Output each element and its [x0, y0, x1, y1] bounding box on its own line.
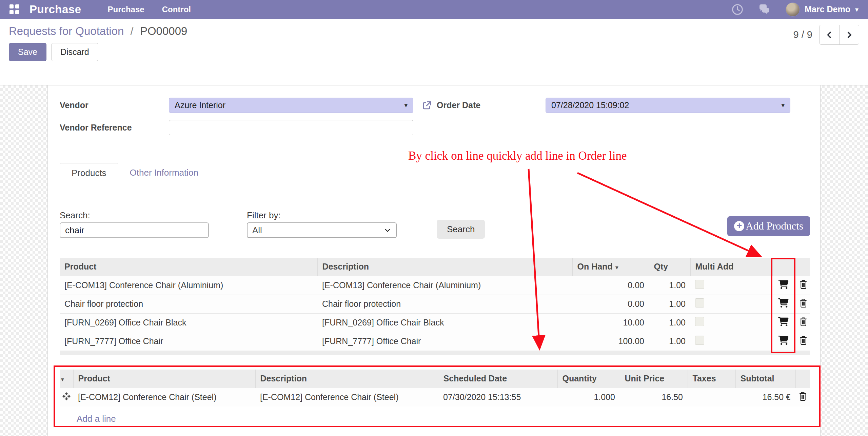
vendor-reference-label: Vendor Reference: [60, 123, 169, 133]
product-search-panel: Search: Filter by: All Search + Add Prod…: [60, 210, 810, 258]
cell-on-hand: 0.00: [572, 276, 649, 295]
products-header-row: Product Description On Hand▾ Qty Multi A…: [60, 258, 810, 276]
messages-chat-icon[interactable]: [758, 3, 771, 16]
cell-qty: 1.00: [649, 276, 690, 295]
menu-purchase[interactable]: Purchase: [108, 5, 144, 14]
cell-description: [E-COM12] Conference Chair (Steel): [255, 388, 434, 407]
tab-other-information[interactable]: Other Information: [118, 163, 210, 183]
search-label: Search:: [60, 210, 90, 221]
col-product: Product: [60, 258, 317, 276]
delete-trash-icon[interactable]: [799, 298, 808, 310]
search-button[interactable]: Search: [437, 220, 485, 239]
external-link-icon[interactable]: [422, 100, 432, 111]
select-chevron-down-icon: [384, 226, 391, 234]
cell-product: [FURN_0269] Office Chair Black: [60, 313, 317, 332]
product-row[interactable]: Chair floor protection Chair floor prote…: [60, 295, 810, 313]
order-date-value: 07/28/2020 15:09:02: [551, 100, 629, 110]
order-line-row[interactable]: [E-COM12] Conference Chair (Steel) [E-CO…: [60, 388, 810, 407]
cell-qty: 1.00: [649, 332, 690, 351]
cell-on-hand: 100.00: [572, 332, 649, 351]
cell-unit-price: 16.50: [620, 388, 688, 407]
pager-previous-button[interactable]: [820, 25, 839, 44]
add-to-cart-icon[interactable]: [778, 317, 789, 328]
delete-trash-icon[interactable]: [799, 317, 808, 329]
multi-add-checkbox[interactable]: [695, 298, 704, 308]
annotation-text: By click on line quickly add line in Ord…: [408, 149, 707, 163]
col-on-hand-sortable[interactable]: On Hand▾: [572, 258, 649, 276]
user-avatar: [786, 2, 800, 17]
app-brand[interactable]: Purchase: [29, 3, 81, 16]
products-table-footer: [60, 351, 810, 355]
control-panel: Requests for Quotation / PO00009 Save Di…: [0, 19, 868, 85]
col-subtotal: Subtotal: [735, 370, 795, 388]
multi-add-checkbox[interactable]: [695, 317, 704, 326]
cell-description: [FURN_7777] Office Chair: [317, 332, 572, 351]
col-taxes: Taxes: [688, 370, 735, 388]
cell-description: [FURN_0269] Office Chair Black: [317, 313, 572, 332]
delete-trash-icon[interactable]: [798, 392, 807, 403]
list-toggle-caret-icon[interactable]: ▾: [60, 370, 73, 388]
cell-description: [E-COM13] Conference Chair (Aluminium): [317, 276, 572, 295]
form-fields: Vendor Azure Interior ▾ Order Date 07/28…: [60, 98, 810, 135]
col-multi-add: Multi Add: [690, 258, 772, 276]
plus-circle-icon: +: [734, 221, 744, 231]
col-scheduled-date: Scheduled Date: [434, 370, 557, 388]
menu-control[interactable]: Control: [162, 5, 191, 14]
multi-add-checkbox[interactable]: [695, 280, 704, 289]
add-to-cart-icon[interactable]: [778, 298, 789, 310]
products-table: Product Description On Hand▾ Qty Multi A…: [60, 258, 810, 355]
col-description: Description: [255, 370, 434, 388]
pager-next-button[interactable]: [839, 25, 859, 44]
col-description: Description: [317, 258, 572, 276]
filter-selected-value: All: [252, 225, 262, 236]
add-to-cart-icon[interactable]: [778, 336, 789, 347]
cell-qty: 1.00: [649, 313, 690, 332]
vendor-label: Vendor: [60, 100, 169, 110]
product-row[interactable]: [FURN_0269] Office Chair Black [FURN_026…: [60, 313, 810, 332]
vendor-caret-down-icon: ▾: [404, 101, 408, 109]
filter-select[interactable]: All: [247, 222, 397, 238]
breadcrumb: Requests for Quotation / PO00009: [9, 25, 859, 38]
discard-button[interactable]: Discard: [51, 43, 98, 61]
product-row[interactable]: [FURN_7777] Office Chair [FURN_7777] Off…: [60, 332, 810, 351]
add-products-button[interactable]: + Add Products: [727, 216, 810, 236]
drag-handle-icon[interactable]: [62, 392, 71, 403]
multi-add-checkbox[interactable]: [695, 336, 704, 345]
add-a-line-link[interactable]: Add a line: [77, 414, 116, 424]
order-date-select[interactable]: 07/28/2020 15:09:02 ▾: [546, 98, 790, 113]
cell-product: [E-COM12] Conference Chair (Steel): [73, 388, 255, 407]
delete-trash-icon[interactable]: [799, 336, 808, 347]
col-unit-price: Unit Price: [620, 370, 688, 388]
sheet-bottom-divider: [48, 434, 820, 434]
filter-by-label: Filter by:: [247, 210, 281, 221]
add-to-cart-icon[interactable]: [778, 280, 789, 291]
cell-description: Chair floor protection: [317, 295, 572, 313]
cell-taxes: [688, 388, 735, 407]
sort-caret-down-icon: ▾: [615, 264, 618, 271]
search-input[interactable]: [60, 222, 209, 238]
form-sheet: Vendor Azure Interior ▾ Order Date 07/28…: [47, 85, 821, 436]
add-products-label: Add Products: [746, 220, 803, 232]
cell-scheduled-date: 07/30/2020 15:13:55: [434, 388, 557, 407]
tab-products[interactable]: Products: [60, 163, 118, 183]
vendor-select[interactable]: Azure Interior ▾: [169, 98, 413, 113]
save-button[interactable]: Save: [9, 43, 46, 61]
apps-menu-icon[interactable]: [9, 4, 19, 14]
content-background: Vendor Azure Interior ▾ Order Date 07/28…: [0, 85, 868, 436]
cell-qty: 1.00: [649, 295, 690, 313]
vendor-reference-input[interactable]: [169, 120, 413, 135]
order-date-label: Order Date: [437, 100, 480, 110]
vendor-value: Azure Interior: [175, 100, 225, 110]
user-name: Marc Demo: [805, 4, 850, 14]
delete-trash-icon[interactable]: [799, 280, 808, 291]
product-row[interactable]: [E-COM13] Conference Chair (Aluminium) […: [60, 276, 810, 295]
cell-subtotal: 16.50 €: [735, 388, 795, 407]
pager-value: 9 / 9: [793, 29, 812, 40]
activities-clock-icon[interactable]: [731, 3, 744, 16]
cell-on-hand: 10.00: [572, 313, 649, 332]
order-lines-table: ▾ Product Description Scheduled Date Qua…: [60, 370, 810, 407]
breadcrumb-parent-link[interactable]: Requests for Quotation: [9, 25, 124, 37]
chevron-left-icon: [825, 31, 834, 39]
user-menu[interactable]: Marc Demo ▾: [786, 2, 859, 17]
record-pager: 9 / 9: [793, 25, 859, 45]
